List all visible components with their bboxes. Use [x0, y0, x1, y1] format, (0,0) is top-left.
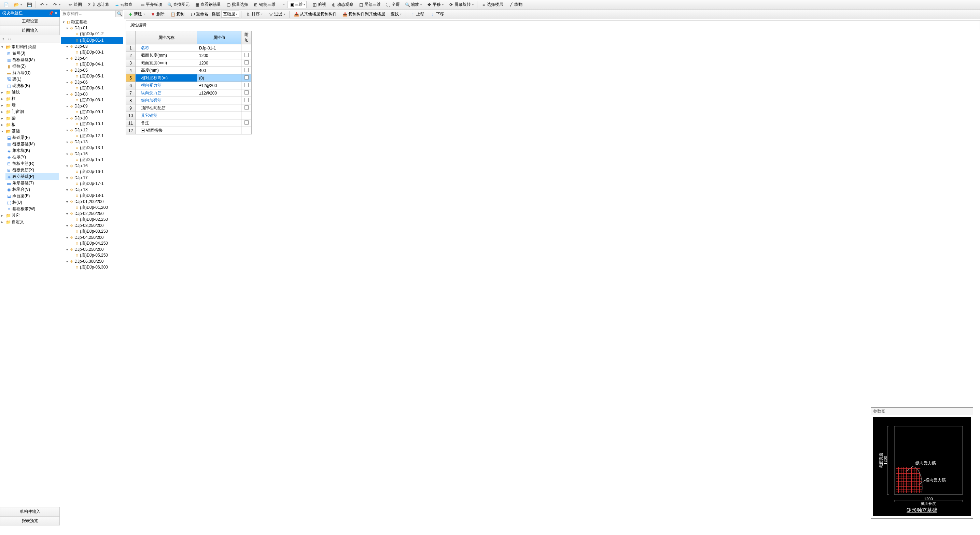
- property-attach[interactable]: [242, 97, 252, 105]
- expand-all-button[interactable]: ↕: [1, 36, 5, 42]
- mtree-group[interactable]: ▾DJp-01: [61, 25, 123, 31]
- property-value[interactable]: 400: [197, 67, 242, 75]
- view3d-combo[interactable]: ▣三维▾: [288, 1, 307, 8]
- tree-node-column[interactable]: ▸📁柱: [1, 95, 59, 102]
- view-rebar-button[interactable]: ▦查看钢筋量: [192, 1, 223, 8]
- mtree-item[interactable]: (底)DJp-15-1: [61, 157, 123, 163]
- attach-checkbox[interactable]: [245, 75, 248, 79]
- property-attach[interactable]: [242, 52, 252, 59]
- property-name[interactable]: 截面宽度(mm): [135, 59, 197, 67]
- tree-node-stripfound[interactable]: ▬条形基础(T): [5, 180, 59, 186]
- mtree-item[interactable]: (底)DJp-13-1: [61, 144, 123, 151]
- rename-button[interactable]: 🏷重命名: [188, 11, 210, 18]
- tab-report-preview[interactable]: 报表预览: [0, 516, 60, 525]
- tree-node-raftmain[interactable]: ⊟筏板主筋(R): [5, 160, 59, 167]
- tree-node-wall[interactable]: ▸📁墙: [1, 102, 59, 108]
- property-value[interactable]: [197, 127, 242, 135]
- property-row[interactable]: 2 截面长度(mm) 1200: [126, 52, 252, 59]
- property-row[interactable]: 12 +锚固搭接: [126, 127, 252, 135]
- tree-node-foundation[interactable]: ▾📂基础: [1, 128, 59, 135]
- tree-node-beam[interactable]: 🏗梁(L): [5, 76, 59, 83]
- tree-node-other[interactable]: ▸📁其它: [1, 212, 59, 219]
- property-value[interactable]: DJp-01-1: [197, 44, 242, 52]
- mtree-item[interactable]: (底)DJp-05,250: [61, 252, 123, 259]
- attach-checkbox[interactable]: [245, 68, 248, 72]
- tree-node-capbeam[interactable]: ⬓承台梁(F): [5, 193, 59, 199]
- tree-node-custom[interactable]: ▸📁自定义: [1, 219, 59, 225]
- mtree-item[interactable]: (底)DJp-08-1: [61, 97, 123, 103]
- attach-checkbox[interactable]: [245, 83, 248, 87]
- pan-button[interactable]: ✥平移▾: [425, 1, 445, 8]
- tree-node-beam2[interactable]: ▸📁梁: [1, 115, 59, 121]
- search-button[interactable]: 🔍: [116, 10, 123, 17]
- tree-node-door[interactable]: ▸📁门窗洞: [1, 108, 59, 115]
- mtree-root[interactable]: ▾独立基础: [61, 19, 123, 25]
- mtree-item[interactable]: (底)DJp-01-1: [61, 37, 123, 44]
- property-row[interactable]: 3 截面宽度(mm) 1200: [126, 59, 252, 67]
- property-attach[interactable]: [242, 105, 252, 112]
- property-row[interactable]: 7 纵向受力筋 ±12@200: [126, 89, 252, 97]
- search-input[interactable]: [61, 10, 116, 17]
- property-row[interactable]: 11 备注: [126, 119, 252, 127]
- tree-node-sump[interactable]: ⬙集水坑(K): [5, 148, 59, 154]
- mtree-group[interactable]: ▾DJp-15: [61, 151, 123, 157]
- property-value[interactable]: [197, 97, 242, 105]
- local-3d-button[interactable]: ◱局部三维: [356, 1, 383, 8]
- property-name[interactable]: 短向加强筋: [135, 97, 197, 105]
- property-name[interactable]: 顶部柱间配筋: [135, 105, 197, 112]
- mtree-item[interactable]: (底)DJp-18-1: [61, 192, 123, 199]
- expand-icon[interactable]: +: [141, 129, 145, 132]
- mtree-group[interactable]: ▾DJp-12: [61, 127, 123, 133]
- mtree-group[interactable]: ▾DJp-06,300/250: [61, 259, 123, 264]
- mtree-group[interactable]: ▾DJp-16: [61, 163, 123, 168]
- sum-calc-button[interactable]: Σ汇总计算: [85, 1, 111, 8]
- property-name[interactable]: 高度(mm): [135, 67, 197, 75]
- property-attach[interactable]: [242, 127, 252, 135]
- collapse-all-button[interactable]: ↔: [6, 36, 13, 42]
- find-button[interactable]: 查找▾: [388, 11, 404, 18]
- property-name[interactable]: 纵向受力筋: [135, 89, 197, 97]
- mtree-group[interactable]: ▾DJp-10: [61, 115, 123, 121]
- mtree-item[interactable]: (底)DJp-17-1: [61, 181, 123, 187]
- property-value[interactable]: [197, 112, 242, 119]
- attach-checkbox[interactable]: [245, 53, 248, 57]
- mtree-item[interactable]: (底)DJp-05-1: [61, 73, 123, 79]
- property-name[interactable]: 截面长度(mm): [135, 52, 197, 59]
- mtree-item[interactable]: (底)DJp-16-1: [61, 168, 123, 175]
- rebar-3d-button[interactable]: ⊞钢筋三维: [251, 1, 278, 8]
- property-attach[interactable]: [242, 44, 252, 52]
- property-row[interactable]: 9 顶部柱间配筋: [126, 105, 252, 112]
- draw-button[interactable]: ✏绘图: [65, 1, 84, 8]
- mtree-group[interactable]: ▾DJp-03,250/200: [61, 223, 123, 228]
- mtree-group[interactable]: ▾DJp-03: [61, 44, 123, 49]
- copy-button[interactable]: 📋复制: [168, 11, 186, 18]
- mtree-item[interactable]: (底)DJp-12-1: [61, 133, 123, 139]
- tree-node-pilecap[interactable]: ◉桩承台(V): [5, 186, 59, 193]
- property-value[interactable]: 1200: [197, 52, 242, 59]
- tab-single-input[interactable]: 单构件输入: [0, 507, 60, 516]
- redo-button[interactable]: ↷▾: [50, 2, 62, 8]
- tab-project-settings[interactable]: 工程设置: [0, 17, 60, 26]
- mtree-group[interactable]: ▾DJp-04,250/200: [61, 235, 123, 240]
- tree-node-colcap[interactable]: ⬘柱墩(Y): [5, 154, 59, 160]
- mtree-group[interactable]: ▾DJp-13: [61, 139, 123, 144]
- property-name[interactable]: 其它钢筋: [135, 112, 197, 119]
- delete-button[interactable]: ✖删除: [148, 11, 167, 18]
- attach-checkbox[interactable]: [245, 105, 248, 110]
- mtree-group[interactable]: ▾DJp-05: [61, 68, 123, 73]
- pin-icon[interactable]: 📌: [48, 11, 54, 16]
- property-row[interactable]: 8 短向加强筋: [126, 97, 252, 105]
- mtree-group[interactable]: ▾DJp-04: [61, 56, 123, 61]
- tree-node-pile[interactable]: ◯桩(U): [5, 199, 59, 206]
- find-element-button[interactable]: 🔍查找图元: [165, 1, 192, 8]
- tree-node-foundstrip[interactable]: ≡基础板带(W): [5, 206, 59, 212]
- mtree-item[interactable]: (底)DJp-06,300: [61, 264, 123, 271]
- tree-node-slab[interactable]: ◫现浇板(B): [5, 83, 59, 89]
- move-down-button[interactable]: ↓下移: [428, 11, 446, 18]
- property-value[interactable]: 1200: [197, 59, 242, 67]
- component-instance-tree[interactable]: ▾独立基础▾DJp-01(顶)DJp-01-2(底)DJp-01-1▾DJp-0…: [60, 18, 124, 525]
- screen-rotate-button[interactable]: ⟳屏幕旋转▾: [446, 1, 476, 8]
- component-type-tree[interactable]: ▾📂常用构件类型 ⊞轴网(J) ▥筏板基础(M) ▮框柱(Z) ▬剪力墙(Q) …: [0, 43, 60, 507]
- col-header-name[interactable]: 属性名称: [135, 31, 197, 44]
- attach-checkbox[interactable]: [245, 60, 248, 65]
